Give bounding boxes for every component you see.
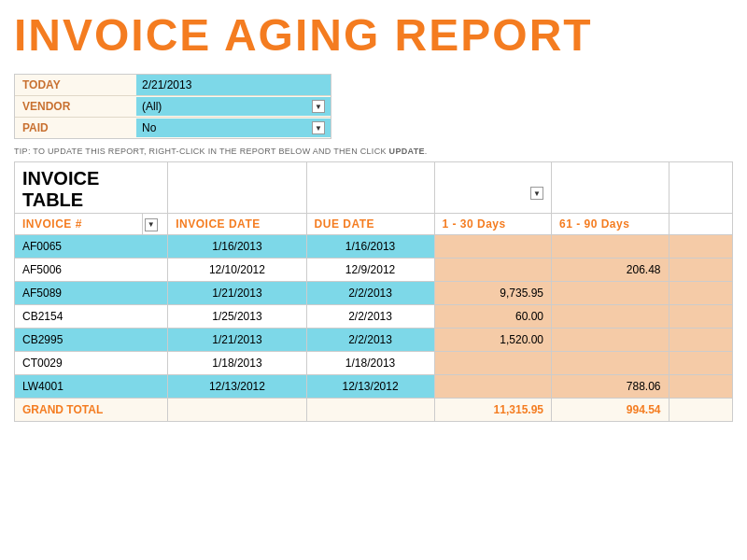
table-row: AF500612/10/201212/9/2012206.48 — [15, 259, 733, 282]
days-30 — [434, 259, 552, 282]
due-date: 2/2/2013 — [306, 329, 434, 352]
invoice-date: 12/10/2012 — [168, 259, 306, 282]
today-label: TODAY — [15, 75, 136, 95]
table-row: LW400112/13/201212/13/2012788.06 — [15, 375, 733, 399]
due-date: 12/13/2012 — [306, 375, 434, 399]
due-date: 2/2/2013 — [306, 305, 434, 329]
table-title-spacer3 — [552, 162, 669, 214]
invoice-date: 1/21/2013 — [168, 329, 306, 352]
days-90: 206.48 — [552, 259, 669, 282]
days-90 — [552, 352, 669, 375]
table-row: CB21541/25/20132/2/201360.00 — [15, 305, 733, 329]
extra — [669, 352, 733, 375]
days-90 — [552, 235, 669, 259]
vendor-value: (All) — [142, 100, 312, 113]
invoice-table: INVOICE TABLE ▼ INVOICE # ▼ INVOICE DATE… — [14, 161, 733, 422]
days-30 — [434, 235, 552, 259]
days-30: 60.00 — [434, 305, 552, 329]
days-90 — [552, 305, 669, 329]
invoice-sort-arrow[interactable]: ▼ — [145, 218, 158, 231]
today-value: 2/21/2013 — [136, 75, 331, 95]
invoice-num: CB2995 — [15, 329, 168, 352]
table-row: CT00291/18/20131/18/2013 — [15, 352, 733, 375]
paid-label: PAID — [15, 118, 136, 138]
table-section-title: INVOICE TABLE — [15, 162, 168, 214]
table-filter-dropdown[interactable]: ▼ — [530, 187, 543, 200]
paid-dropdown-arrow[interactable]: ▼ — [312, 121, 325, 134]
extra — [669, 375, 733, 399]
col-30days-header: 1 - 30 Days — [434, 214, 552, 235]
invoice-num: AF5006 — [15, 259, 168, 282]
col-extra-header — [669, 214, 733, 235]
grand-total-row: GRAND TOTAL 11,315.95 994.54 — [15, 399, 733, 422]
vendor-select[interactable]: (All) ▼ — [136, 97, 331, 116]
days-30: 1,520.00 — [434, 329, 552, 352]
table-row: CB29951/21/20132/2/20131,520.00 — [15, 329, 733, 352]
col-due-date-header: DUE DATE — [306, 214, 434, 235]
table-title-spacer4 — [669, 162, 733, 214]
grand-total-90days: 994.54 — [552, 399, 669, 422]
invoice-date: 1/16/2013 — [168, 235, 306, 259]
days-90 — [552, 329, 669, 352]
days-30 — [434, 352, 552, 375]
paid-select[interactable]: No ▼ — [136, 119, 331, 137]
grand-total-30days: 11,315.95 — [434, 399, 552, 422]
grand-total-label: GRAND TOTAL — [15, 399, 168, 422]
invoice-num: LW4001 — [15, 375, 168, 399]
days-30 — [434, 375, 552, 399]
invoice-dropdown-cell[interactable]: ▼ — [142, 214, 167, 235]
table-title-row: INVOICE TABLE ▼ — [15, 162, 733, 214]
table-title-spacer2 — [306, 162, 434, 214]
invoice-date: 1/21/2013 — [168, 282, 306, 305]
extra — [669, 329, 733, 352]
invoice-date: 1/18/2013 — [168, 352, 306, 375]
table-title-dropdown-cell[interactable]: ▼ — [434, 162, 552, 214]
table-row: AF50891/21/20132/2/20139,735.95 — [15, 282, 733, 305]
filter-paid-row: PAID No ▼ — [15, 118, 331, 138]
table-title-spacer1 — [168, 162, 306, 214]
due-date: 2/2/2013 — [306, 282, 434, 305]
filter-section: TODAY 2/21/2013 VENDOR (All) ▼ PAID No ▼ — [14, 74, 331, 139]
due-date: 1/16/2013 — [306, 235, 434, 259]
due-date: 1/18/2013 — [306, 352, 434, 375]
col-invoice-date-header: INVOICE DATE — [168, 214, 306, 235]
vendor-label: VENDOR — [15, 96, 136, 117]
days-90 — [552, 282, 669, 305]
grand-total-spacer1 — [168, 399, 306, 422]
invoice-num: AF5089 — [15, 282, 168, 305]
invoice-date: 1/25/2013 — [168, 305, 306, 329]
invoice-date: 12/13/2012 — [168, 375, 306, 399]
filter-today-row: TODAY 2/21/2013 — [15, 75, 331, 96]
vendor-dropdown-arrow[interactable]: ▼ — [312, 100, 325, 113]
grand-total-extra — [669, 399, 733, 422]
page-title: INVOICE AGING REPORT — [14, 9, 733, 61]
col-90days-header: 61 - 90 Days — [552, 214, 669, 235]
invoice-num: CB2154 — [15, 305, 168, 329]
col-invoice-header: INVOICE # — [15, 214, 143, 235]
column-header-row: INVOICE # ▼ INVOICE DATE DUE DATE 1 - 30… — [15, 214, 733, 235]
filter-vendor-row: VENDOR (All) ▼ — [15, 96, 331, 118]
paid-value: No — [142, 121, 312, 134]
extra — [669, 305, 733, 329]
table-row: AF00651/16/20131/16/2013 — [15, 235, 733, 259]
invoice-num: AF0065 — [15, 235, 168, 259]
days-30: 9,735.95 — [434, 282, 552, 305]
days-90: 788.06 — [552, 375, 669, 399]
extra — [669, 282, 733, 305]
extra — [669, 259, 733, 282]
due-date: 12/9/2012 — [306, 259, 434, 282]
tip-text: TIP: TO UPDATE THIS REPORT, RIGHT-CLICK … — [14, 147, 733, 156]
extra — [669, 235, 733, 259]
grand-total-spacer2 — [306, 399, 434, 422]
invoice-num: CT0029 — [15, 352, 168, 375]
